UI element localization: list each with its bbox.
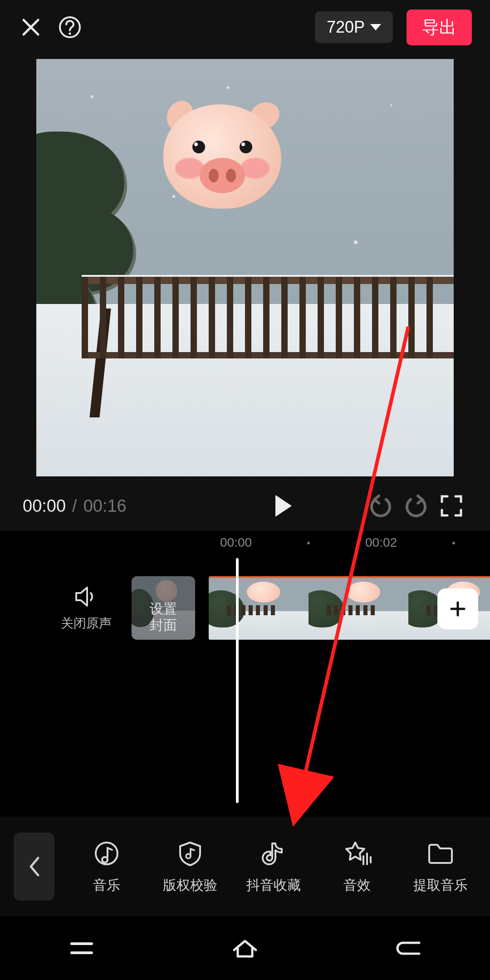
sys-menu-button[interactable] bbox=[45, 934, 118, 963]
chevron-down-icon bbox=[370, 24, 381, 30]
set-cover-button[interactable]: 设置 封面 bbox=[132, 576, 195, 640]
current-time: 00:00 bbox=[23, 496, 66, 516]
playhead[interactable] bbox=[236, 558, 239, 803]
mute-original-button[interactable]: 关闭原声 bbox=[54, 584, 118, 632]
tool-sound-effects[interactable]: 音效 bbox=[317, 839, 397, 895]
undo-button[interactable] bbox=[365, 490, 397, 522]
speaker-icon bbox=[74, 584, 99, 609]
douyin-icon bbox=[259, 839, 288, 868]
ruler-tick: 00:02 bbox=[365, 535, 397, 550]
video-preview[interactable] bbox=[36, 59, 454, 476]
bottom-toolbar: 音乐 版权校验 抖音收藏 音效 提取音乐 bbox=[0, 817, 490, 916]
close-button[interactable] bbox=[18, 15, 44, 40]
tool-music[interactable]: 音乐 bbox=[66, 839, 147, 895]
export-button[interactable]: 导出 bbox=[407, 10, 472, 45]
svg-point-1 bbox=[69, 32, 71, 34]
toolbar-back-button[interactable] bbox=[14, 833, 54, 901]
help-button[interactable] bbox=[57, 15, 83, 40]
resolution-label: 720P bbox=[327, 18, 365, 37]
redo-button[interactable] bbox=[400, 490, 432, 522]
tool-douyin-favorites[interactable]: 抖音收藏 bbox=[233, 839, 314, 895]
play-button[interactable] bbox=[266, 490, 298, 522]
menu-icon bbox=[68, 939, 95, 957]
time-ruler: 00:00 00:02 bbox=[0, 535, 490, 558]
resolution-selector[interactable]: 720P bbox=[315, 11, 393, 43]
pig-sticker[interactable] bbox=[163, 104, 281, 209]
sys-back-button[interactable] bbox=[372, 934, 445, 963]
time-separator: / bbox=[69, 496, 80, 516]
home-icon bbox=[230, 937, 260, 959]
add-clip-button[interactable] bbox=[437, 588, 478, 629]
video-clip[interactable] bbox=[209, 576, 490, 640]
plus-icon bbox=[449, 600, 467, 618]
chevron-left-icon bbox=[26, 855, 42, 878]
mute-label: 关闭原声 bbox=[61, 615, 112, 632]
music-disc-icon bbox=[92, 839, 121, 868]
back-icon bbox=[394, 939, 423, 957]
tool-copyright-verify[interactable]: 版权校验 bbox=[150, 839, 230, 895]
folder-icon bbox=[426, 839, 455, 868]
timeline-area[interactable]: 00:00 00:02 关闭原声 设置 封面 bbox=[0, 531, 490, 817]
system-nav-bar bbox=[0, 916, 490, 980]
star-bars-icon bbox=[343, 839, 372, 868]
fullscreen-button[interactable] bbox=[436, 490, 467, 522]
play-icon bbox=[275, 495, 292, 517]
ruler-tick: 00:00 bbox=[220, 535, 252, 550]
shield-music-icon bbox=[176, 839, 205, 868]
total-time: 00:16 bbox=[83, 496, 127, 516]
tool-extract-music[interactable]: 提取音乐 bbox=[400, 839, 481, 895]
sys-home-button[interactable] bbox=[209, 934, 281, 963]
deck-graphic bbox=[82, 277, 454, 358]
